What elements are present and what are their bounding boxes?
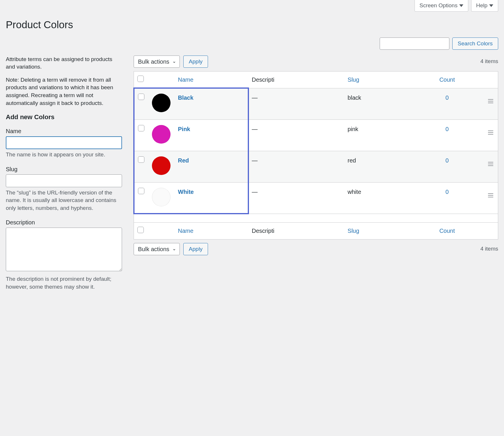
row-checkbox[interactable] xyxy=(138,188,144,194)
color-swatch xyxy=(152,188,171,206)
term-name-link[interactable]: Red xyxy=(178,157,189,164)
col-slug[interactable]: Slug xyxy=(348,76,359,83)
term-count-link[interactable]: 0 xyxy=(446,126,449,132)
drag-handle-icon[interactable] xyxy=(488,193,493,197)
terms-table: Name Descripti Slug Count Black — black … xyxy=(134,71,498,240)
page-title: Product Colors xyxy=(6,17,498,32)
slug-input[interactable] xyxy=(6,174,122,187)
row-checkbox[interactable] xyxy=(138,156,144,163)
term-slug: black xyxy=(344,88,411,119)
bulk-actions-select-top[interactable]: Bulk actions ⌄ xyxy=(134,56,180,68)
col-description-foot: Descripti xyxy=(252,228,275,234)
item-count-bottom: 4 items xyxy=(480,245,498,253)
color-swatch xyxy=(152,156,171,175)
col-slug-foot[interactable]: Slug xyxy=(348,228,359,234)
color-swatch xyxy=(152,125,171,144)
term-slug: pink xyxy=(344,119,411,151)
search-colors-button[interactable]: Search Colors xyxy=(452,37,498,50)
col-description: Descripti xyxy=(252,76,275,83)
caret-down-icon xyxy=(459,4,463,7)
term-name-link[interactable]: Black xyxy=(178,94,193,101)
bulk-actions-label-bottom: Bulk actions xyxy=(138,245,169,253)
chevron-down-icon: ⌄ xyxy=(172,58,176,65)
term-description: — xyxy=(248,119,344,151)
row-checkbox[interactable] xyxy=(138,94,144,100)
bulk-actions-label: Bulk actions xyxy=(138,58,169,66)
search-input[interactable] xyxy=(380,37,449,50)
row-checkbox[interactable] xyxy=(138,125,144,131)
select-all-checkbox-top[interactable] xyxy=(137,76,144,82)
term-name-link[interactable]: White xyxy=(178,189,194,195)
term-count-link[interactable]: 0 xyxy=(446,157,449,164)
caret-down-icon xyxy=(489,4,493,7)
col-count[interactable]: Count xyxy=(439,76,455,83)
name-label: Name xyxy=(6,127,122,135)
col-name-foot[interactable]: Name xyxy=(178,228,193,234)
drag-handle-icon[interactable] xyxy=(488,162,493,166)
drag-handle-icon[interactable] xyxy=(488,131,493,135)
drag-handle-icon[interactable] xyxy=(488,99,493,103)
slug-help: The “slug” is the URL-friendly version o… xyxy=(6,189,122,212)
col-name[interactable]: Name xyxy=(178,76,193,83)
item-count-top: 4 items xyxy=(480,58,498,65)
term-count-link[interactable]: 0 xyxy=(446,94,449,101)
name-input[interactable] xyxy=(6,136,122,149)
select-all-checkbox-bottom[interactable] xyxy=(137,227,144,233)
term-name-link[interactable]: Pink xyxy=(178,126,190,132)
table-row: Pink — pink 0 xyxy=(134,119,498,151)
help-label: Help xyxy=(476,2,487,10)
description-label: Description xyxy=(6,218,122,226)
chevron-down-icon: ⌄ xyxy=(172,246,176,252)
intro-text-1: Attribute terms can be assigned to produ… xyxy=(6,56,122,71)
slug-label: Slug xyxy=(6,165,122,173)
table-row: Black — black 0 xyxy=(134,88,498,119)
description-help: The description is not prominent by defa… xyxy=(6,275,122,291)
term-description: — xyxy=(248,182,344,214)
apply-button-top[interactable]: Apply xyxy=(183,56,208,68)
table-row: White — white 0 xyxy=(134,182,498,214)
intro-text-2: Note: Deleting a term will remove it fro… xyxy=(6,76,122,107)
term-slug: white xyxy=(344,182,411,214)
table-row: Red — red 0 xyxy=(134,151,498,182)
term-count-link[interactable]: 0 xyxy=(446,189,449,195)
color-swatch xyxy=(152,94,171,112)
screen-options-label: Screen Options xyxy=(419,2,458,10)
screen-options-tab[interactable]: Screen Options xyxy=(415,0,468,12)
term-slug: red xyxy=(344,151,411,182)
col-count-foot[interactable]: Count xyxy=(439,228,455,234)
term-description: — xyxy=(248,88,344,119)
help-tab[interactable]: Help xyxy=(471,0,498,12)
description-textarea[interactable] xyxy=(6,228,122,271)
bulk-actions-select-bottom[interactable]: Bulk actions ⌄ xyxy=(134,243,180,255)
name-help: The name is how it appears on your site. xyxy=(6,151,122,159)
term-description: — xyxy=(248,151,344,182)
add-new-heading: Add new Colors xyxy=(6,113,122,122)
apply-button-bottom[interactable]: Apply xyxy=(183,243,208,255)
